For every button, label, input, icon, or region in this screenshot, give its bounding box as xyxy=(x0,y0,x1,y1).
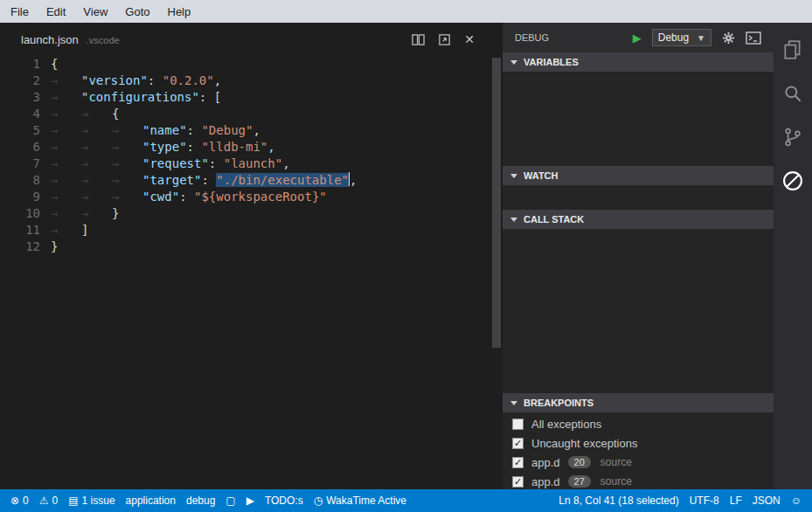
status-text: TODO:s xyxy=(265,495,303,507)
run-status[interactable]: ▶ xyxy=(241,489,260,512)
line-content: →→{ xyxy=(40,106,119,122)
debug-controls: ▶ Debug ▼ xyxy=(633,29,761,46)
status-bar: ⊗0⚠0▤1 issueapplicationdebug▢▶TODO:s◷Wak… xyxy=(0,489,812,512)
issues-status[interactable]: ▤1 issue xyxy=(63,489,120,512)
debug-status[interactable]: debug xyxy=(181,489,220,512)
code-line[interactable]: 6→→→"type": "lldb-mi", xyxy=(0,139,503,156)
callstack-body xyxy=(503,229,774,393)
variables-body xyxy=(503,72,774,166)
status-text: LF xyxy=(730,495,742,507)
code-line[interactable]: 7→→→"request": "launch", xyxy=(0,156,503,172)
breakpoint-item[interactable]: ✓Uncaught exceptions xyxy=(503,433,774,453)
line-number[interactable]: 1 xyxy=(0,56,40,73)
line-number[interactable]: 10 xyxy=(0,205,40,222)
code-area[interactable]: 1{2→"version": "0.2.0",3→"configurations… xyxy=(0,56,503,255)
breakpoint-label: app.d xyxy=(531,475,560,488)
eol-status[interactable]: LF xyxy=(725,489,747,512)
explorer-icon[interactable] xyxy=(774,28,812,72)
debug-icon[interactable] xyxy=(774,159,812,203)
line-number[interactable]: 12 xyxy=(0,239,40,255)
code-line[interactable]: 4→→{ xyxy=(0,106,503,122)
gear-icon[interactable] xyxy=(722,31,735,45)
watch-body xyxy=(503,185,774,210)
breakpoint-detail: source xyxy=(600,456,632,468)
editor-area: launch.json .vscode ✕ 1{2→"version": "0.… xyxy=(0,23,503,489)
error-icon: ⊗ xyxy=(10,495,19,506)
line-number[interactable]: 2 xyxy=(0,73,40,89)
breakpoint-checkbox[interactable]: ✓ xyxy=(512,457,524,468)
breakpoint-label: app.d xyxy=(531,456,560,469)
split-editor-icon[interactable] xyxy=(412,33,425,46)
section-breakpoints-header[interactable]: BREAKPOINTS xyxy=(503,393,774,412)
code-line[interactable]: 8→→→"target": "./bin/executable", xyxy=(0,172,503,189)
menu-bar: FileEditViewGotoHelp xyxy=(0,0,812,23)
errors-status[interactable]: ⊗0 xyxy=(5,489,34,512)
breakpoint-item[interactable]: All exceptions xyxy=(503,414,774,433)
code-line[interactable]: 12} xyxy=(0,239,503,255)
section-callstack-header[interactable]: CALL STACK xyxy=(503,210,774,229)
open-preview-icon[interactable] xyxy=(438,33,451,46)
line-number[interactable]: 4 xyxy=(0,106,40,122)
scrollbar-thumb[interactable] xyxy=(492,58,501,348)
status-text: WakaTime Active xyxy=(326,495,406,507)
line-content: } xyxy=(40,239,58,255)
language-status[interactable]: JSON xyxy=(747,489,786,512)
encoding-status[interactable]: UTF-8 xyxy=(684,489,725,512)
code-line[interactable]: 5→→→"name": "Debug", xyxy=(0,122,503,139)
code-line[interactable]: 11→] xyxy=(0,222,503,239)
status-text: 1 issue xyxy=(82,495,115,507)
document-status[interactable]: ▢ xyxy=(220,489,240,512)
line-number[interactable]: 5 xyxy=(0,122,40,139)
line-content: →→→"request": "launch", xyxy=(40,156,290,172)
menu-item-help[interactable]: Help xyxy=(159,2,200,22)
status-text: UTF-8 xyxy=(690,495,719,507)
menu-item-file[interactable]: File xyxy=(2,2,38,22)
section-title: CALL STACK xyxy=(524,214,584,225)
wakatime-status[interactable]: ◷WakaTime Active xyxy=(309,489,412,512)
breakpoint-checkbox[interactable] xyxy=(512,419,524,430)
breakpoint-checkbox[interactable]: ✓ xyxy=(512,438,524,449)
breakpoint-item[interactable]: ✓app.d20source xyxy=(503,453,774,472)
debug-config-select[interactable]: Debug ▼ xyxy=(652,29,711,46)
application-status[interactable]: application xyxy=(121,489,181,512)
debug-console-icon[interactable] xyxy=(746,31,761,45)
status-text: debug xyxy=(186,495,215,507)
line-number[interactable]: 9 xyxy=(0,189,40,205)
cursor-position-status[interactable]: Ln 8, Col 41 (18 selected) xyxy=(553,489,684,512)
code-line[interactable]: 3→"configurations": [ xyxy=(0,89,503,106)
section-title: BREAKPOINTS xyxy=(524,398,593,408)
start-debug-button[interactable]: ▶ xyxy=(633,32,642,44)
clock-icon: ◷ xyxy=(314,495,323,506)
breakpoint-checkbox[interactable]: ✓ xyxy=(512,476,524,488)
vscode-window: FileEditViewGotoHelp launch.json .vscode… xyxy=(0,0,812,512)
menu-item-goto[interactable]: Goto xyxy=(116,2,158,22)
code-line[interactable]: 9→→→"cwd": "${workspaceRoot}" xyxy=(0,189,503,205)
warnings-status[interactable]: ⚠0 xyxy=(34,489,63,512)
close-editor-icon[interactable]: ✕ xyxy=(464,33,475,45)
line-number[interactable]: 7 xyxy=(0,156,40,172)
line-number[interactable]: 8 xyxy=(0,172,40,189)
menu-item-view[interactable]: View xyxy=(74,2,116,22)
document-icon: ▢ xyxy=(226,495,235,506)
feedback-status[interactable]: ☺ xyxy=(786,489,807,512)
todo-status[interactable]: TODO:s xyxy=(260,489,309,512)
search-icon[interactable] xyxy=(774,72,812,115)
line-number[interactable]: 3 xyxy=(0,89,40,106)
code-line[interactable]: 10→→} xyxy=(0,205,503,222)
smiley-icon: ☺ xyxy=(791,495,802,506)
code-line[interactable]: 2→"version": "0.2.0", xyxy=(0,73,503,89)
line-number[interactable]: 6 xyxy=(0,139,40,156)
editor-scrollbar[interactable] xyxy=(490,56,503,489)
activity-bar xyxy=(774,23,812,489)
code-line[interactable]: 1{ xyxy=(0,56,503,73)
section-variables-header[interactable]: VARIABLES xyxy=(503,52,774,72)
breakpoint-item[interactable]: ✓app.d27source xyxy=(503,472,774,491)
status-text: application xyxy=(126,495,176,507)
section-watch-header[interactable]: WATCH xyxy=(503,166,774,185)
source-control-icon[interactable] xyxy=(774,115,812,159)
line-number[interactable]: 11 xyxy=(0,222,40,239)
status-text: 0 xyxy=(52,495,59,507)
debug-panel-header: DEBUG ▶ Debug ▼ xyxy=(503,23,774,52)
menu-item-edit[interactable]: Edit xyxy=(38,2,74,22)
debug-config-label: Debug xyxy=(658,31,689,44)
